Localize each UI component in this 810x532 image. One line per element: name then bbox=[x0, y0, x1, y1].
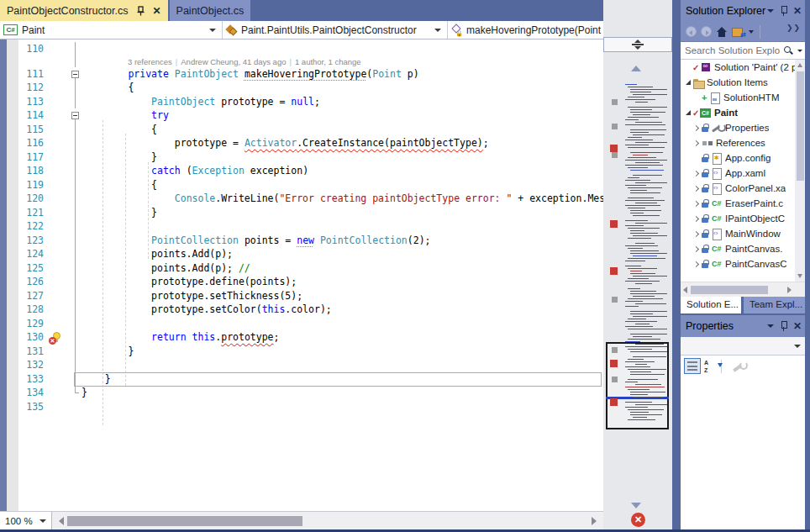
tree-item-app-xaml[interactable]: App.xaml bbox=[681, 166, 795, 181]
chevron-down-icon[interactable] bbox=[797, 50, 802, 52]
tree-item-mainwindow[interactable]: MainWindow bbox=[681, 226, 795, 241]
tree-item-paintcanvasc[interactable]: PaintCanvasC bbox=[681, 256, 795, 271]
code-line[interactable]: 112 { bbox=[0, 81, 603, 95]
expander-icon[interactable] bbox=[692, 262, 702, 266]
code-line[interactable]: 111 private PaintObject makeHoveringProt… bbox=[0, 67, 603, 82]
properties-object-dropdown[interactable] bbox=[681, 337, 805, 356]
code-line[interactable]: 110 bbox=[0, 42, 603, 56]
type-dropdown[interactable]: Paint.PaintUtils.PaintObjectConstructor bbox=[223, 21, 448, 39]
code-line[interactable]: 119 { bbox=[0, 178, 603, 192]
change-marker[interactable] bbox=[612, 99, 618, 105]
window-menu-icon[interactable] bbox=[767, 9, 774, 13]
tree-item-solution-items[interactable]: Solution Items bbox=[681, 75, 795, 90]
horizontal-scrollbar-thumb[interactable] bbox=[67, 516, 302, 526]
code-line[interactable]: 115 { bbox=[0, 123, 603, 137]
expander-icon[interactable] bbox=[692, 187, 702, 191]
scroll-right-arrow-icon[interactable] bbox=[787, 287, 792, 293]
tree-item-paintcanvas[interactable]: PaintCanvas. bbox=[681, 241, 795, 256]
tree-item-ipaintobjectc[interactable]: IPaintObjectC bbox=[681, 211, 795, 226]
code-line[interactable]: 133 } bbox=[0, 372, 603, 387]
expander-icon[interactable] bbox=[692, 126, 702, 130]
expander-icon[interactable] bbox=[692, 247, 702, 251]
code-line[interactable]: 124 points.Add(p); bbox=[0, 247, 603, 261]
code-line[interactable]: 131 } bbox=[0, 345, 603, 359]
close-icon[interactable]: ✕ bbox=[793, 6, 802, 16]
tree-item-solution-paint-2-p[interactable]: ✓Solution 'Paint' (2 p bbox=[681, 60, 795, 75]
tree-item-properties[interactable]: Properties bbox=[681, 120, 795, 135]
code-line[interactable]: 122 bbox=[0, 219, 603, 234]
scroll-up-arrow-icon[interactable] bbox=[631, 66, 641, 71]
code-line[interactable]: 121 } bbox=[0, 206, 603, 220]
expander-icon[interactable] bbox=[683, 110, 692, 115]
tab-solution-explorer[interactable]: Solution E... bbox=[681, 297, 741, 313]
code-line[interactable]: 132 bbox=[0, 358, 603, 372]
expander-icon[interactable] bbox=[692, 141, 702, 145]
codelens-row[interactable]: 3 references|Andrew Cheung, 41 days ago|… bbox=[0, 56, 603, 67]
code-line[interactable]: 129 bbox=[0, 317, 603, 331]
sync-with-active-document-icon[interactable] bbox=[732, 26, 744, 37]
code-line[interactable]: 125 points.Add(p); // bbox=[0, 261, 603, 276]
tree-item-solutionhtm[interactable]: +SolutionHTM bbox=[681, 90, 795, 105]
scroll-left-arrow-icon[interactable] bbox=[59, 517, 64, 525]
error-marker[interactable] bbox=[610, 220, 618, 228]
minimap-scrollbar[interactable] bbox=[603, 0, 672, 529]
window-menu-icon[interactable] bbox=[767, 324, 774, 328]
zoom-dropdown[interactable]: 100 % bbox=[0, 512, 52, 530]
error-marker[interactable] bbox=[610, 398, 618, 406]
scroll-left-arrow-icon[interactable] bbox=[683, 287, 687, 293]
search-icon[interactable] bbox=[783, 45, 793, 55]
code-line[interactable]: 128 prototype.setColor(this.color); bbox=[0, 303, 603, 317]
tree-item-paint[interactable]: ✓Paint bbox=[681, 105, 795, 120]
error-marker[interactable] bbox=[610, 145, 618, 152]
document-tab-active[interactable]: PaintObjectConstructor.cs ✕ bbox=[0, 0, 168, 21]
vertical-scrollbar-thumb[interactable] bbox=[797, 71, 804, 181]
code-line[interactable]: 126 prototype.define(points); bbox=[0, 275, 603, 289]
code-line[interactable]: 118 catch (Exception exception) bbox=[0, 164, 603, 178]
error-status-icon[interactable]: ✕ bbox=[631, 513, 645, 527]
horizontal-scrollbar-thumb[interactable] bbox=[691, 286, 768, 294]
code-editor[interactable]: 1103 references|Andrew Cheung, 41 days a… bbox=[0, 40, 603, 511]
scroll-up-arrow-icon[interactable] bbox=[797, 63, 802, 67]
document-tab-inactive[interactable]: PaintObject.cs bbox=[170, 0, 251, 21]
splitter-handle[interactable] bbox=[603, 37, 672, 52]
code-line[interactable]: 130✕ return this.prototype; bbox=[0, 330, 603, 345]
close-icon[interactable]: ✕ bbox=[793, 321, 802, 331]
code-line[interactable]: 116 prototype = Activator.CreateInstance… bbox=[0, 136, 603, 150]
change-marker[interactable] bbox=[612, 297, 618, 303]
property-pages-icon[interactable] bbox=[732, 361, 745, 372]
code-line[interactable]: 127 prototype.setThickness(5); bbox=[0, 289, 603, 303]
change-marker[interactable] bbox=[612, 377, 618, 382]
pin-icon[interactable] bbox=[781, 6, 786, 16]
tree-horizontal-scrollbar[interactable] bbox=[681, 282, 805, 297]
categorized-button[interactable] bbox=[684, 358, 701, 374]
properties-header[interactable]: Properties ✕ bbox=[681, 315, 805, 337]
code-line[interactable]: 120 Console.WriteLine("Error creating pa… bbox=[0, 192, 603, 206]
code-line[interactable]: 123 PointCollection points = new PointCo… bbox=[0, 234, 603, 248]
tree-item-colorpanel-xa[interactable]: ColorPanel.xa bbox=[681, 181, 795, 196]
code-line[interactable]: 135 bbox=[0, 400, 603, 414]
code-line[interactable]: 114 try bbox=[0, 108, 603, 123]
expander-icon[interactable] bbox=[692, 171, 702, 176]
error-marker[interactable] bbox=[610, 267, 618, 275]
pin-icon[interactable] bbox=[136, 6, 145, 16]
fold-collapse-button[interactable] bbox=[71, 108, 82, 123]
code-line[interactable]: 117 } bbox=[0, 150, 603, 165]
expander-icon[interactable] bbox=[692, 202, 702, 206]
close-icon[interactable]: ✕ bbox=[153, 6, 161, 16]
collapse-minus-icon[interactable] bbox=[71, 112, 79, 119]
tab-team-explorer[interactable]: Team Expl... bbox=[744, 297, 805, 313]
back-button[interactable] bbox=[686, 26, 697, 37]
expander-icon[interactable] bbox=[683, 80, 692, 85]
tree-item-references[interactable]: References bbox=[681, 135, 795, 150]
expander-icon[interactable] bbox=[692, 217, 702, 221]
scroll-down-arrow-icon[interactable] bbox=[797, 274, 802, 278]
tree-vertical-scrollbar[interactable] bbox=[795, 60, 805, 282]
fold-collapse-button[interactable] bbox=[71, 67, 82, 82]
code-line[interactable]: 113 PaintObject prototype = null; bbox=[0, 95, 603, 109]
home-icon[interactable] bbox=[716, 27, 728, 37]
solution-explorer-header[interactable]: Solution Explorer ✕ bbox=[681, 0, 805, 22]
forward-button[interactable] bbox=[701, 26, 712, 37]
project-dropdown[interactable]: C# Paint bbox=[0, 21, 223, 39]
pin-icon[interactable] bbox=[781, 321, 786, 331]
scroll-down-arrow-icon[interactable] bbox=[631, 503, 641, 508]
